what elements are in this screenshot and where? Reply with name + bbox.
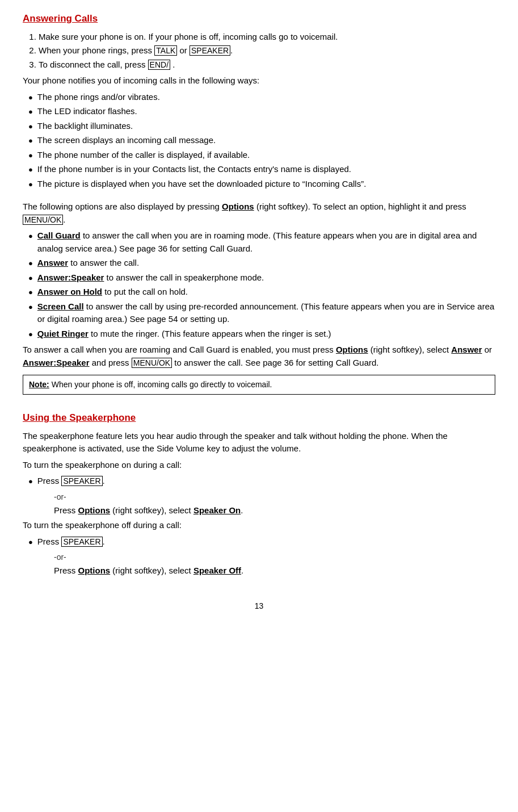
screen-call-term: Screen Call <box>37 302 84 311</box>
bullet-screen-call: Screen Call to answer the call by using … <box>28 300 495 326</box>
answer-term: Answer <box>37 258 68 267</box>
bullet-call-guard: Call Guard to answer the call when you a… <box>28 229 495 255</box>
options-paragraph: The following options are also displayed… <box>23 200 495 226</box>
bullet-answer-speaker: Answer:Speaker to answer the call in spe… <box>28 271 495 284</box>
section-answering-calls: Answering Calls Make sure your phone is … <box>23 11 495 395</box>
quiet-ringer-term: Quiet Ringer <box>37 329 89 338</box>
step-3: To disconnect the call, press END/ . <box>39 58 495 72</box>
speakerphone-intro: The speakerphone feature lets you hear a… <box>23 430 495 455</box>
turn-on-bullets: Press SPEAKER. <box>28 475 495 488</box>
closing-paragraph: To answer a call when you are roaming an… <box>23 344 495 369</box>
options-bullets-list: Call Guard to answer the call when you a… <box>28 229 495 340</box>
intro-bullets-label: Your phone notifies you of incoming call… <box>23 74 495 87</box>
menu-ok-key: MENU/OK <box>23 215 63 225</box>
bullet-answer: Answer to answer the call. <box>28 257 495 270</box>
call-guard-term: Call Guard <box>37 231 81 240</box>
options-term-closing: Options <box>336 345 368 354</box>
note-label: Note: <box>29 380 49 389</box>
speaker-on-term: Speaker On <box>193 505 241 515</box>
turn-off-label: To turn the speakerphone off during a ca… <box>23 519 495 532</box>
bullet-answer-on-hold: Answer on Hold to put the call on hold. <box>28 286 495 299</box>
step-1: Make sure your phone is on. If your phon… <box>39 31 495 44</box>
menu-ok-key-closing: MENU/OK <box>132 358 172 368</box>
speaker-key-on: SPEAKER <box>61 476 102 486</box>
bullet-led: The LED indicator flashes. <box>28 105 495 118</box>
intro-bullets-list: The phone rings and/or vibrates. The LED… <box>28 91 495 191</box>
section-speakerphone: Using the Speakerphone The speakerphone … <box>23 411 495 577</box>
options-term-off: Options <box>78 566 111 575</box>
end-key: END/ <box>148 60 170 70</box>
steps-list: Make sure your phone is on. If your phon… <box>39 31 495 72</box>
bullet-press-speaker-on: Press SPEAKER. <box>28 475 495 488</box>
answer-on-hold-term: Answer on Hold <box>37 287 102 296</box>
note-box: Note: When your phone is off, incoming c… <box>23 375 495 395</box>
or-line-on: -or- <box>54 491 495 503</box>
options-term-on: Options <box>78 505 111 515</box>
bullet-backlight: The backlight illuminates. <box>28 120 495 133</box>
bullet-rings: The phone rings and/or vibrates. <box>28 91 495 104</box>
speaker-off-term: Speaker Off <box>193 566 241 575</box>
bullet-screen: The screen displays an incoming call mes… <box>28 134 495 147</box>
bullet-press-speaker-off: Press SPEAKER. <box>28 535 495 549</box>
answer-term-closing: Answer <box>451 345 482 354</box>
bullet-picture: The picture is displayed when you have s… <box>28 178 495 191</box>
page-number: 13 <box>23 600 495 612</box>
press-options-on: Press Options (right softkey), select Sp… <box>54 504 495 517</box>
answer-speaker-term-closing: Answer:Speaker <box>23 358 90 367</box>
talk-key: TALK <box>154 45 177 56</box>
bullet-quiet-ringer: Quiet Ringer to mute the ringer. (This f… <box>28 328 495 341</box>
turn-off-bullets: Press SPEAKER. <box>28 535 495 549</box>
step-2: When your phone rings, press TALK or SPE… <box>39 44 495 57</box>
section-title-speakerphone: Using the Speakerphone <box>23 411 495 425</box>
bullet-contacts: If the phone number is in your Contacts … <box>28 163 495 176</box>
options-term: Options <box>222 202 254 211</box>
or-line-off: -or- <box>54 551 495 563</box>
section-title-answering-calls: Answering Calls <box>23 11 495 26</box>
turn-on-label: To turn the speakerphone on during a cal… <box>23 459 495 472</box>
press-options-off: Press Options (right softkey), select Sp… <box>54 564 495 577</box>
answer-speaker-term: Answer:Speaker <box>37 273 104 282</box>
note-text: When your phone is off, incoming calls g… <box>52 380 272 389</box>
bullet-phone-number: The phone number of the caller is displa… <box>28 149 495 162</box>
speaker-key-off: SPEAKER <box>61 537 102 547</box>
speaker-key-step2: SPEAKER <box>189 45 230 56</box>
